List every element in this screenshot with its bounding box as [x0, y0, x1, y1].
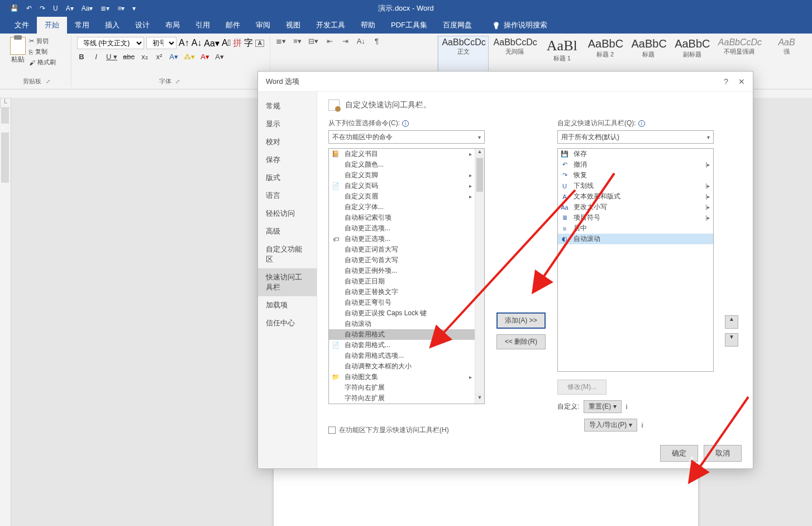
- cancel-button[interactable]: 取消: [704, 445, 742, 462]
- command-list-item[interactable]: 自动更正选项...: [329, 223, 484, 234]
- grow-font-icon[interactable]: A↑: [179, 38, 189, 48]
- command-list-item[interactable]: 自动套用格式选项...: [329, 350, 484, 361]
- options-nav-item[interactable]: 高级: [258, 222, 317, 240]
- tab-design[interactable]: 设计: [127, 17, 157, 34]
- command-list-item[interactable]: 自定义字体...: [329, 202, 484, 212]
- font-name-select[interactable]: 等线 (中文正文): [77, 37, 144, 49]
- sort-icon[interactable]: A↓: [356, 37, 365, 45]
- paste-button[interactable]: 粘贴: [10, 37, 26, 67]
- numbering-icon[interactable]: ≡▾: [293, 37, 302, 45]
- subscript-button[interactable]: x₂: [140, 53, 149, 61]
- move-down-button[interactable]: ▼: [725, 333, 738, 347]
- tab-common[interactable]: 常用: [67, 17, 97, 34]
- format-painter-button[interactable]: 🖌 格式刷: [29, 58, 56, 67]
- options-nav-item[interactable]: 信任中心: [258, 314, 317, 332]
- command-list-item[interactable]: 自动标记索引项: [329, 212, 484, 223]
- increase-indent-icon[interactable]: ⇥: [341, 37, 350, 45]
- command-list-item[interactable]: 自动更正例外项...: [329, 266, 484, 276]
- command-list-item[interactable]: 字符向左扩展: [329, 393, 484, 404]
- command-list-item[interactable]: 🏷自动更正选项...: [329, 234, 484, 244]
- multilevel-icon[interactable]: ⊟▾: [308, 37, 318, 45]
- remove-button[interactable]: << 删除(R): [496, 334, 546, 349]
- customize-qat-combo[interactable]: 用于所有文档(默认)▾: [557, 130, 714, 144]
- options-nav-item[interactable]: 版式: [258, 169, 317, 187]
- qat-bullets-icon[interactable]: ≣▾: [101, 4, 109, 12]
- bold-button[interactable]: B: [77, 53, 86, 61]
- qat-customize-icon[interactable]: ▾: [132, 4, 136, 12]
- tab-file[interactable]: 文件: [7, 17, 37, 34]
- options-nav-item[interactable]: 校对: [258, 133, 317, 151]
- font-color-button[interactable]: A▾: [200, 53, 209, 61]
- char-border-icon[interactable]: 字: [244, 37, 253, 49]
- command-list-item[interactable]: 自定义页眉▸: [329, 191, 484, 202]
- copy-button[interactable]: ⎘ 复制: [29, 48, 56, 56]
- command-list-item[interactable]: 自动调整文本框的大小: [329, 361, 484, 372]
- tab-help[interactable]: 帮助: [353, 17, 383, 34]
- qat-list-item[interactable]: ≡居中: [558, 223, 713, 234]
- qat-underline-icon[interactable]: U: [53, 4, 58, 12]
- reset-button[interactable]: 重置(E) ▾: [584, 400, 621, 413]
- tab-developer[interactable]: 开发工具: [308, 17, 353, 34]
- decrease-indent-icon[interactable]: ⇤: [325, 37, 334, 45]
- change-case-icon[interactable]: Aa▾: [204, 38, 219, 49]
- command-list-item[interactable]: 自动滚动: [329, 319, 484, 329]
- underline-button[interactable]: U ▾: [106, 53, 117, 61]
- text-effects-button[interactable]: A▾: [169, 53, 178, 61]
- scroll-thumb[interactable]: [476, 158, 483, 192]
- show-marks-icon[interactable]: ¶: [372, 37, 381, 45]
- command-list-item[interactable]: 字体替换: [329, 404, 484, 404]
- tell-me-search[interactable]: 操作说明搜索: [484, 17, 555, 34]
- command-list-item[interactable]: 自动更正词首大写: [329, 244, 484, 255]
- char-shading-button[interactable]: A▾: [215, 53, 224, 61]
- options-nav-item[interactable]: 显示: [258, 115, 317, 133]
- show-below-ribbon-checkbox[interactable]: 在功能区下方显示快速访问工具栏(H): [328, 425, 449, 435]
- checkbox-icon[interactable]: [328, 427, 336, 434]
- options-nav-item[interactable]: 常规: [258, 97, 317, 115]
- options-nav-item[interactable]: 语言: [258, 187, 317, 205]
- qat-list-item[interactable]: ↷恢复: [558, 170, 713, 181]
- info-icon[interactable]: i: [402, 120, 409, 127]
- options-nav-item[interactable]: 加载项: [258, 296, 317, 314]
- info-icon[interactable]: i: [638, 120, 645, 127]
- cut-button[interactable]: ✂ 剪切: [29, 37, 56, 45]
- qat-listbox[interactable]: 💾保存↶撤消|▸↷恢复U下划线|▸A文本效果和版式|▸Aa更改大小写|▸≣项目符…: [557, 148, 714, 372]
- enclose-char-icon[interactable]: A: [255, 40, 264, 47]
- command-list-item[interactable]: 📄自动套用格式...: [329, 340, 484, 350]
- highlight-button[interactable]: ⁂▾: [184, 53, 195, 61]
- phonetic-icon[interactable]: 拼: [233, 37, 242, 49]
- font-size-select[interactable]: 初号: [146, 37, 176, 49]
- commands-listbox[interactable]: 📔自定义书目▸自定义颜色...自定义页脚▸📄自定义页码▸自定义页眉▸自定义字体.…: [328, 148, 485, 404]
- dialog-help-icon[interactable]: ?: [724, 77, 728, 86]
- shrink-font-icon[interactable]: A↓: [192, 38, 202, 48]
- bullets-icon[interactable]: ≣▾: [276, 37, 286, 45]
- options-nav-item[interactable]: 轻松访问: [258, 205, 317, 222]
- command-list-item[interactable]: 自动更正误按 Caps Lock 键: [329, 308, 484, 319]
- command-list-item[interactable]: 自定义页脚▸: [329, 170, 484, 181]
- style-emphasis[interactable]: AaB强: [766, 36, 808, 87]
- command-list-item[interactable]: 📄自定义页码▸: [329, 181, 484, 191]
- command-list-item[interactable]: 自动更正弯引号: [329, 297, 484, 308]
- info-icon[interactable]: i: [626, 403, 628, 411]
- command-list-item[interactable]: 自定义颜色...: [329, 159, 484, 170]
- qat-text-effects-icon[interactable]: A▾: [66, 4, 74, 12]
- command-list-item[interactable]: 自动更正日期: [329, 276, 484, 287]
- command-list-item[interactable]: 📔自定义书目▸: [329, 149, 484, 159]
- superscript-button[interactable]: x²: [155, 53, 164, 61]
- command-list-item[interactable]: 📁自动图文集▸: [329, 372, 484, 382]
- tab-baidu[interactable]: 百度网盘: [435, 17, 480, 34]
- command-list-item[interactable]: 自动更正替换文字: [329, 287, 484, 297]
- qat-list-item[interactable]: U下划线|▸: [558, 181, 713, 191]
- qat-redo-icon[interactable]: ↷: [40, 4, 45, 12]
- clipboard-launcher-icon[interactable]: ⤢: [44, 78, 52, 84]
- scroll-up-icon[interactable]: ▲: [475, 149, 484, 158]
- qat-list-item[interactable]: 💾保存: [558, 149, 713, 159]
- qat-center-icon[interactable]: ≡▾: [117, 4, 125, 12]
- options-nav-item[interactable]: 快速访问工具栏: [258, 268, 317, 296]
- ok-button[interactable]: 确定: [660, 445, 698, 462]
- font-launcher-icon[interactable]: ⤢: [173, 78, 182, 84]
- scrollbar[interactable]: ▲ ▼: [475, 149, 484, 404]
- qat-undo-icon[interactable]: ↶: [26, 4, 32, 12]
- command-list-item[interactable]: 自动更正句首大写: [329, 255, 484, 266]
- info-icon[interactable]: i: [642, 421, 643, 429]
- qat-list-item[interactable]: ≣项目符号|▸: [558, 212, 713, 223]
